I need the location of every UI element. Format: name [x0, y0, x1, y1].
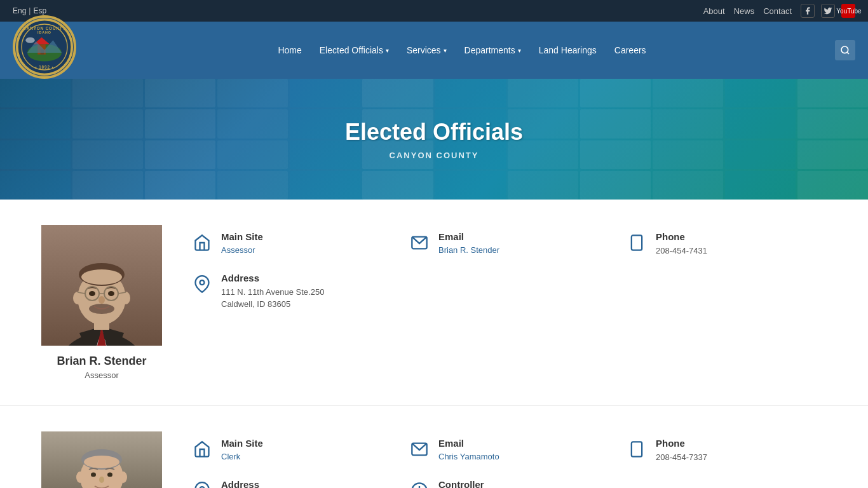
email-detail-2: Email Chris Yamamoto	[408, 438, 613, 464]
svg-text:• 1892 •: • 1892 •	[35, 65, 53, 69]
language-switcher: Eng | Esp	[13, 6, 46, 15]
extra-detail-2: Controller	[408, 479, 613, 489]
main-site-link-1[interactable]: Assessor	[221, 245, 255, 255]
svg-point-25	[81, 269, 122, 285]
email-label-1: Email	[438, 231, 613, 242]
svg-text:IDAHO: IDAHO	[37, 30, 51, 34]
nav-home[interactable]: Home	[269, 34, 310, 67]
main-site-detail-1: Main Site Assessor	[191, 231, 395, 257]
facebook-icon[interactable]	[801, 4, 815, 18]
hero-subtitle: CANYON COUNTY	[345, 151, 523, 160]
lang-esp[interactable]: Esp	[33, 6, 46, 15]
home-icon-2	[191, 438, 214, 461]
svg-point-30	[73, 292, 82, 304]
official-photo-2	[41, 431, 162, 488]
official-photo-1	[41, 225, 162, 346]
phone-label-2: Phone	[656, 438, 830, 449]
address-line1-1: 111 N. 11th Avenue Ste.250	[221, 286, 395, 299]
content-area: Brian R. Stender Assessor Main Site Asse…	[0, 200, 868, 488]
svg-point-51	[84, 456, 119, 468]
address-label-2: Address	[221, 479, 395, 489]
nav-services[interactable]: Services ▾	[398, 34, 456, 67]
lang-eng[interactable]: Eng	[13, 6, 26, 15]
email-link-2[interactable]: Chris Yamamoto	[438, 452, 499, 461]
phone-detail-1: Phone 208-454-7431	[625, 231, 830, 257]
official-details-2: Main Site Clerk Email Chris Yamamoto	[191, 431, 830, 488]
phone-detail-2: Phone 208-454-7337	[625, 438, 830, 464]
svg-point-28	[98, 296, 105, 304]
email-detail-1: Email Brian R. Stender	[408, 231, 613, 257]
main-site-detail-2: Main Site Clerk	[191, 438, 395, 464]
official-photo-area-2	[38, 431, 165, 488]
social-icons: YouTube	[801, 4, 855, 18]
official-name-1: Brian R. Stender	[57, 355, 146, 368]
extra-text-2: Controller	[438, 479, 613, 489]
email-text-1: Email Brian R. Stender	[438, 231, 613, 255]
address-icon-2	[191, 479, 214, 489]
official-photo-area-1: Brian R. Stender Assessor	[38, 225, 165, 380]
email-icon-1	[408, 231, 431, 254]
address-detail-1: Address 111 N. 11th Avenue Ste.250 Caldw…	[191, 273, 395, 311]
official-card-1: Brian R. Stender Assessor Main Site Asse…	[0, 200, 868, 406]
top-bar: Eng | Esp About News Contact YouTube	[0, 0, 868, 22]
phone-value-1: 208-454-7431	[656, 245, 830, 257]
site-logo: CANYON COUNTY IDAHO • 1892 •	[13, 15, 76, 79]
news-link[interactable]: News	[734, 6, 755, 16]
svg-point-27	[108, 291, 114, 296]
lang-separator: |	[29, 6, 31, 15]
nav-careers[interactable]: Careers	[606, 34, 655, 67]
hero-content: Elected Officials CANYON COUNTY	[345, 119, 523, 160]
official-card-2: Main Site Clerk Email Chris Yamamoto	[0, 406, 868, 488]
address-label-1: Address	[221, 273, 395, 283]
svg-point-54	[99, 477, 104, 483]
home-icon-1	[191, 231, 214, 254]
official-role-1: Assessor	[85, 370, 118, 380]
nav-departments[interactable]: Departments ▾	[456, 34, 530, 67]
extra-label-2: Controller	[438, 479, 613, 489]
email-text-2: Email Chris Yamamoto	[438, 438, 613, 461]
email-link-1[interactable]: Brian R. Stender	[438, 245, 499, 255]
phone-icon-2	[625, 438, 648, 461]
svg-point-13	[841, 46, 848, 53]
services-chevron: ▾	[444, 47, 447, 54]
phone-text-1: Phone 208-454-7431	[656, 231, 830, 257]
twitter-icon[interactable]	[821, 4, 835, 18]
main-site-label-1: Main Site	[221, 231, 395, 242]
hero-title: Elected Officials	[345, 119, 523, 146]
about-link[interactable]: About	[703, 6, 725, 16]
svg-point-56	[119, 471, 127, 483]
nav-land-hearings[interactable]: Land Hearings	[530, 34, 606, 67]
address-text-1: Address 111 N. 11th Avenue Ste.250 Caldw…	[221, 273, 395, 311]
search-button[interactable]	[835, 40, 855, 60]
svg-rect-58	[632, 442, 642, 456]
svg-point-52	[91, 473, 96, 477]
phone-label-1: Phone	[656, 231, 830, 242]
email-icon-2	[408, 438, 431, 461]
svg-point-53	[107, 473, 112, 477]
svg-text:CANYON COUNTY: CANYON COUNTY	[23, 26, 65, 30]
svg-point-11	[25, 37, 34, 43]
nav-elected-officials[interactable]: Elected Officials ▾	[311, 34, 398, 67]
elected-officials-chevron: ▾	[386, 47, 389, 54]
svg-point-31	[121, 292, 130, 304]
main-site-label-2: Main Site	[221, 438, 395, 449]
contact-link[interactable]: Contact	[763, 6, 792, 16]
address-detail-2: Address	[191, 479, 395, 489]
main-nav: CANYON COUNTY IDAHO • 1892 • Home Electe…	[0, 22, 868, 79]
official-details-1: Main Site Assessor Email Brian R. Stende…	[191, 225, 830, 311]
svg-point-26	[89, 291, 95, 296]
phone-icon-1	[625, 231, 648, 254]
youtube-icon[interactable]: YouTube	[841, 4, 855, 18]
youtube-label: YouTube	[836, 8, 861, 15]
hero-banner: Elected Officials CANYON COUNTY	[0, 79, 868, 200]
top-nav: About News Contact YouTube	[703, 4, 855, 18]
svg-point-40	[200, 280, 205, 285]
main-site-link-2[interactable]: Clerk	[221, 452, 240, 461]
main-site-text-2: Main Site Clerk	[221, 438, 395, 461]
nav-links: Home Elected Officials ▾ Services ▾ Depa…	[89, 34, 835, 67]
main-site-text-1: Main Site Assessor	[221, 231, 395, 255]
controller-icon-2	[408, 479, 431, 489]
phone-value-2: 208-454-7337	[656, 451, 830, 464]
svg-line-14	[847, 52, 849, 54]
svg-point-55	[76, 471, 84, 483]
